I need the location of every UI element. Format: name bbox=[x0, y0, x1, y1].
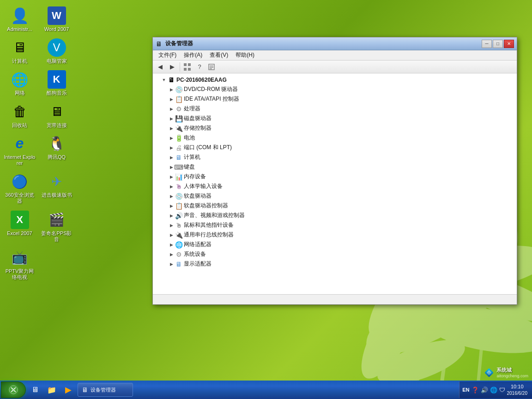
menu-view[interactable]: 查看(V) bbox=[206, 50, 232, 60]
floppy-expander[interactable]: ▶ bbox=[168, 193, 175, 200]
taskbar: 🖥 📁 ▶ 🖥 设备管理器 EN ❓ 🔊 🌐 🛡 10:10 2016/6/20 bbox=[0, 381, 532, 399]
tree-item-keyboard[interactable]: ▶ ⌨ 键盘 bbox=[153, 162, 517, 172]
icon-administrator[interactable]: 👤 Administr... bbox=[2, 5, 37, 34]
system-expander[interactable]: ▶ bbox=[168, 251, 175, 258]
sound-expander[interactable]: ▶ bbox=[168, 212, 175, 219]
menu-action[interactable]: 操作(A) bbox=[180, 50, 206, 60]
forward-button[interactable]: ▶ bbox=[167, 62, 178, 72]
qqmusic-icon: K bbox=[48, 70, 66, 89]
tree-item-dvd[interactable]: ▶ 💿 DVD/CD-ROM 驱动器 bbox=[153, 85, 517, 94]
tree-item-floppy-ctrl[interactable]: ▶ 📋 软盘驱动器控制器 bbox=[153, 201, 517, 211]
tree-item-network[interactable]: ▶ 🌐 网络适配器 bbox=[153, 240, 517, 249]
floppy-ctrl-expander[interactable]: ▶ bbox=[168, 202, 175, 210]
tree-item-hid[interactable]: ▶ 🖱 人体学输入设备 bbox=[153, 181, 517, 191]
tree-item-disk[interactable]: ▶ 💾 磁盘驱动器 bbox=[153, 114, 517, 123]
tree-view-button[interactable] bbox=[182, 62, 193, 72]
tray-lang[interactable]: EN bbox=[462, 387, 469, 393]
tree-item-memory[interactable]: ▶ 📊 内存设备 bbox=[153, 172, 517, 181]
memory-expander[interactable]: ▶ bbox=[168, 173, 175, 181]
usb-expander[interactable]: ▶ bbox=[168, 231, 175, 239]
storage-expander[interactable]: ▶ bbox=[168, 125, 175, 132]
tree-view-icon bbox=[184, 63, 191, 71]
help-button[interactable]: ? bbox=[194, 62, 205, 72]
tree-item-battery[interactable]: ▶ 🔋 电池 bbox=[153, 133, 517, 143]
taskbar-app-label: 设备管理器 bbox=[91, 387, 116, 393]
pc-expander[interactable]: ▶ bbox=[168, 154, 175, 161]
system-clock[interactable]: 10:10 2016/6/20 bbox=[507, 383, 530, 396]
administrator-icon: 👤 bbox=[11, 6, 29, 25]
icon-qqmusic[interactable]: K 酷狗音乐 bbox=[39, 68, 74, 98]
root-expander[interactable]: ▼ bbox=[160, 76, 168, 84]
icon-computer[interactable]: 🖥 计算机 bbox=[2, 36, 37, 66]
qq-label: 腾讯QQ bbox=[48, 154, 66, 160]
svg-rect-18 bbox=[210, 68, 212, 69]
device-tree[interactable]: ▼ 🖥 PC-20160620EAAG ▶ 💿 DVD/CD-ROM 驱动器 ▶ bbox=[153, 73, 517, 294]
word2007-label: Word 2007 bbox=[44, 26, 69, 32]
back-button[interactable]: ◀ bbox=[155, 62, 166, 72]
icon-excel2007[interactable]: X Excel 2007 bbox=[2, 209, 37, 244]
icon-jjbooks[interactable]: ✈ 进击极速版书 bbox=[39, 170, 74, 206]
taskbar-app-devmgr[interactable]: 🖥 设备管理器 bbox=[78, 383, 133, 397]
cpu-expander[interactable]: ▶ bbox=[168, 105, 175, 113]
tray-volume[interactable]: 🔊 bbox=[481, 387, 488, 393]
tree-root-item[interactable]: ▼ 🖥 PC-20160620EAAG bbox=[153, 75, 517, 85]
maximize-button[interactable]: □ bbox=[493, 40, 503, 48]
desktop: 👤 Administr... W Word 2007 🖥 计算机 V 电脑管家 … bbox=[0, 0, 532, 399]
tree-item-mouse[interactable]: ▶ 🖱 鼠标和其他指针设备 bbox=[153, 220, 517, 230]
clock-time: 10:10 bbox=[507, 383, 528, 390]
icon-broadband[interactable]: 🖥 宽带连接 bbox=[39, 101, 74, 130]
hid-label: 人体学输入设备 bbox=[184, 182, 223, 190]
tree-item-port[interactable]: ▶ 🖨 端口 (COM 和 LPT) bbox=[153, 143, 517, 152]
tree-item-ide[interactable]: ▶ 📋 IDE ATA/ATAPI 控制器 bbox=[153, 94, 517, 104]
icon-row-3: 🌐 网络 K 酷狗音乐 bbox=[2, 68, 74, 98]
taskbar-explorer[interactable]: 📁 bbox=[44, 382, 59, 397]
icon-row-8: 📺 PPTV聚力网络电视 bbox=[2, 247, 74, 282]
icon-recycle[interactable]: 🗑 回收站 bbox=[2, 101, 37, 130]
ide-expander[interactable]: ▶ bbox=[168, 96, 175, 103]
start-button[interactable] bbox=[1, 381, 26, 398]
network-icon: 🌐 bbox=[11, 70, 29, 89]
disk-expander[interactable]: ▶ bbox=[168, 115, 175, 122]
tray-help[interactable]: ❓ bbox=[472, 387, 479, 393]
tree-item-sound[interactable]: ▶ 🔊 声音、视频和游戏控制器 bbox=[153, 211, 517, 220]
taskbar-show-desktop[interactable]: 🖥 bbox=[28, 382, 42, 397]
taskbar-middle: 🖥 📁 ▶ 🖥 设备管理器 bbox=[26, 382, 459, 397]
jjbooks-label: 进击极速版书 bbox=[42, 192, 72, 198]
network-expander[interactable]: ▶ bbox=[168, 241, 175, 248]
menu-help[interactable]: 帮助(H) bbox=[232, 50, 258, 60]
mouse-expander[interactable]: ▶ bbox=[168, 222, 175, 229]
svg-rect-12 bbox=[184, 68, 187, 71]
tree-item-display[interactable]: ▶ 🖥 显示适配器 bbox=[153, 259, 517, 269]
hid-expander[interactable]: ▶ bbox=[168, 183, 175, 190]
tree-item-pc[interactable]: ▶ 🖥 计算机 bbox=[153, 152, 517, 162]
tree-item-cpu[interactable]: ▶ ⚙ 处理器 bbox=[153, 104, 517, 114]
port-expander[interactable]: ▶ bbox=[168, 144, 175, 151]
icon-qq[interactable]: 🐧 腾讯QQ bbox=[39, 133, 74, 168]
properties-button[interactable] bbox=[206, 62, 217, 72]
minimize-button[interactable]: ─ bbox=[482, 40, 492, 48]
computer-icon: 🖥 bbox=[11, 38, 29, 57]
taskbar-media[interactable]: ▶ bbox=[61, 382, 76, 397]
display-expander[interactable]: ▶ bbox=[168, 260, 175, 268]
icon-diannaoguan[interactable]: V 电脑管家 bbox=[39, 36, 74, 66]
tree-item-floppy[interactable]: ▶ 💿 软盘驱动器 bbox=[153, 191, 517, 201]
icon-pps[interactable]: 🎬 姜奇名PPS影音 bbox=[39, 209, 74, 244]
svg-rect-17 bbox=[210, 67, 213, 68]
icon-word2007[interactable]: W Word 2007 bbox=[39, 5, 74, 34]
tray-security[interactable]: 🛡 bbox=[499, 387, 505, 393]
battery-expander[interactable]: ▶ bbox=[168, 134, 175, 142]
dvd-expander[interactable]: ▶ bbox=[168, 86, 175, 93]
icon-pptv[interactable]: 📺 PPTV聚力网络电视 bbox=[2, 247, 37, 282]
watermark: 系统城 aitongcheng.com bbox=[484, 367, 528, 378]
tray-network-status[interactable]: 🌐 bbox=[490, 387, 497, 393]
icon-network[interactable]: 🌐 网络 bbox=[2, 68, 37, 98]
tree-item-usb[interactable]: ▶ 🔌 通用串行总线控制器 bbox=[153, 230, 517, 240]
icon-360[interactable]: 🔵 360安全浏览器 bbox=[2, 170, 37, 206]
tree-item-system[interactable]: ▶ ⚙ 系统设备 bbox=[153, 249, 517, 259]
tree-item-storage[interactable]: ▶ 🔌 存储控制器 bbox=[153, 123, 517, 133]
icon-ie[interactable]: e Internet Explorer bbox=[2, 133, 37, 168]
menu-file[interactable]: 文件(F) bbox=[155, 50, 180, 60]
close-button[interactable]: ✕ bbox=[504, 40, 514, 48]
window-content: ▼ 🖥 PC-20160620EAAG ▶ 💿 DVD/CD-ROM 驱动器 ▶ bbox=[153, 73, 517, 294]
icon-row-2: 🖥 计算机 V 电脑管家 bbox=[2, 36, 74, 66]
